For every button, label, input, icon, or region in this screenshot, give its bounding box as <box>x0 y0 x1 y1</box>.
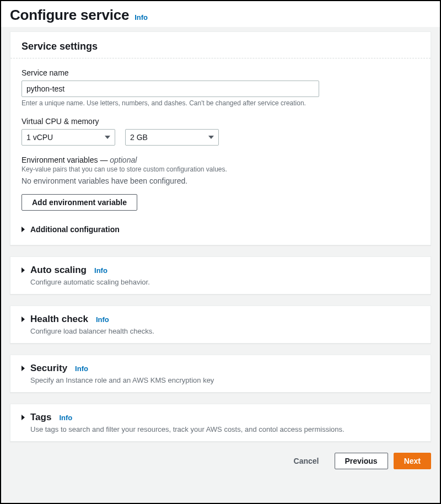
info-link[interactable]: Info <box>75 364 88 373</box>
previous-button[interactable]: Previous <box>335 453 388 469</box>
health-check-desc: Configure load balancer health checks. <box>30 327 420 335</box>
service-settings-title: Service settings <box>10 32 431 58</box>
security-toggle[interactable]: Security Info <box>21 363 420 374</box>
service-name-label: Service name <box>21 68 420 77</box>
chevron-down-icon <box>105 136 110 139</box>
security-title: Security <box>30 363 67 374</box>
chevron-right-icon <box>21 415 25 420</box>
security-panel: Security Info Specify an Instance role a… <box>10 355 431 393</box>
env-variables-label: Environment variables — optional <box>21 156 420 164</box>
chevron-right-icon <box>21 227 25 232</box>
chevron-right-icon <box>21 317 25 322</box>
memory-select[interactable]: 2 GB <box>125 129 219 146</box>
vcpu-select-value: 1 vCPU <box>26 133 53 142</box>
cancel-button[interactable]: Cancel <box>284 453 329 469</box>
tags-panel: Tags Info Use tags to search and filter … <box>10 404 431 442</box>
info-link[interactable]: Info <box>94 266 107 275</box>
chevron-right-icon <box>21 267 25 273</box>
health-check-toggle[interactable]: Health check Info <box>21 314 420 325</box>
footer-actions: Cancel Previous Next <box>10 453 431 469</box>
page-header: Configure service Info <box>1 1 440 27</box>
tags-desc: Use tags to search and filter your resou… <box>30 425 420 433</box>
auto-scaling-desc: Configure automatic scaling behavior. <box>30 278 420 286</box>
service-settings-panel: Service settings Service name Enter a un… <box>10 31 431 245</box>
env-variables-hint: Key-value pairs that you can use to stor… <box>21 165 420 173</box>
cpu-memory-label: Virtual CPU & memory <box>21 117 420 126</box>
security-desc: Specify an Instance role and an AWS KMS … <box>30 376 420 384</box>
service-name-hint: Enter a unique name. Use letters, number… <box>21 99 420 107</box>
auto-scaling-panel: Auto scaling Info Configure automatic sc… <box>10 256 431 294</box>
chevron-right-icon <box>21 366 25 371</box>
info-link[interactable]: Info <box>59 414 72 422</box>
auto-scaling-title: Auto scaling <box>30 265 87 276</box>
add-env-variable-button[interactable]: Add environment variable <box>21 194 137 211</box>
info-link[interactable]: Info <box>135 13 148 22</box>
next-button[interactable]: Next <box>394 453 431 469</box>
tags-title: Tags <box>30 412 51 423</box>
page-title: Configure service <box>10 7 129 24</box>
env-variables-empty: No environment variables have been confi… <box>21 176 420 185</box>
additional-configuration-toggle[interactable]: Additional configuration <box>21 225 420 234</box>
info-link[interactable]: Info <box>96 315 109 324</box>
service-name-input[interactable] <box>21 81 319 97</box>
chevron-down-icon <box>208 136 214 139</box>
memory-select-value: 2 GB <box>130 133 148 142</box>
vcpu-select[interactable]: 1 vCPU <box>21 129 115 146</box>
health-check-title: Health check <box>30 314 88 325</box>
auto-scaling-toggle[interactable]: Auto scaling Info <box>21 265 420 276</box>
additional-configuration-label: Additional configuration <box>30 225 120 234</box>
health-check-panel: Health check Info Configure load balance… <box>10 305 431 344</box>
tags-toggle[interactable]: Tags Info <box>21 412 420 423</box>
